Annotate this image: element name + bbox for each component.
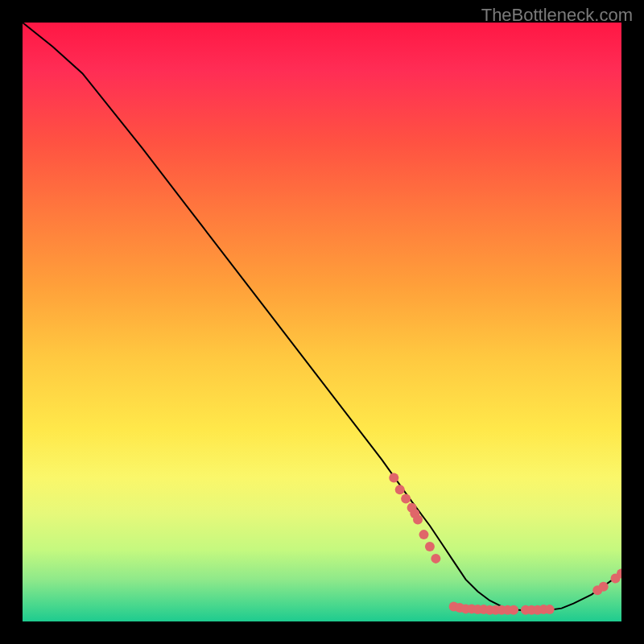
data-marker — [389, 473, 398, 482]
data-marker — [509, 605, 518, 615]
data-marker — [395, 485, 405, 494]
chart-plot — [23, 23, 621, 621]
data-marker — [401, 493, 411, 503]
data-marker — [545, 605, 555, 614]
data-marker — [599, 582, 609, 592]
line-series — [23, 23, 621, 611]
marker-series — [389, 473, 621, 614]
curve-line — [23, 23, 621, 611]
watermark-text: TheBottleneck.com — [481, 5, 633, 26]
data-marker — [431, 554, 440, 564]
data-marker — [425, 542, 435, 551]
data-marker — [413, 515, 423, 525]
data-marker — [419, 530, 428, 539]
